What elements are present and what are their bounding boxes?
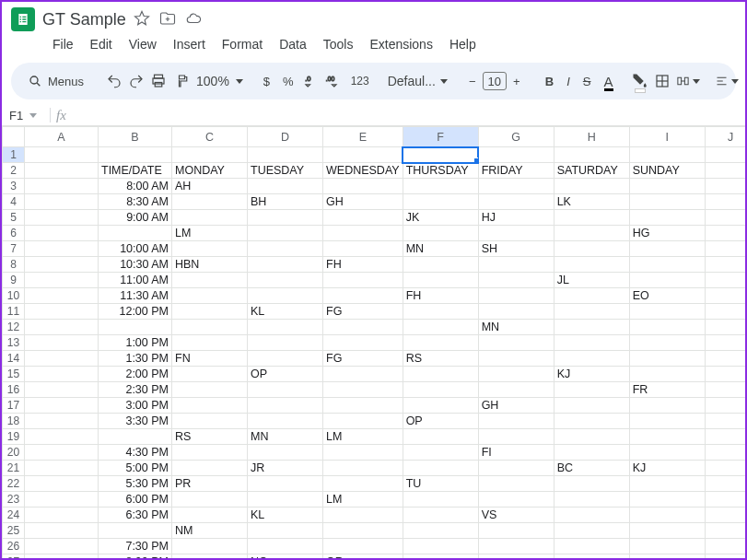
cell-E4[interactable]: GH — [323, 194, 403, 210]
cell-G1[interactable] — [478, 147, 554, 163]
cell-H10[interactable] — [554, 288, 629, 304]
cell-D27[interactable]: NO — [248, 554, 323, 561]
cell-D25[interactable] — [248, 523, 323, 539]
cell-F1[interactable] — [403, 147, 478, 163]
cell-C8[interactable]: HBN — [172, 257, 248, 273]
cell-E18[interactable] — [323, 414, 403, 429]
cell-B21[interactable]: 5:00 PM — [99, 461, 172, 476]
cell-I10[interactable]: EO — [629, 288, 705, 304]
cell-E25[interactable] — [323, 523, 403, 539]
cell-G17[interactable]: GH — [478, 398, 554, 414]
row-header-15[interactable]: 15 — [3, 367, 25, 382]
cell-D4[interactable]: BH — [248, 194, 323, 210]
cell-E1[interactable] — [323, 147, 403, 163]
cell-F7[interactable]: MN — [403, 241, 478, 257]
cell-I22[interactable] — [629, 476, 705, 492]
menu-edit[interactable]: Edit — [84, 33, 119, 55]
cell-B20[interactable]: 4:30 PM — [99, 445, 172, 461]
cell-H13[interactable] — [554, 335, 629, 351]
row-header-3[interactable]: 3 — [3, 179, 25, 194]
cell-B23[interactable]: 6:00 PM — [99, 492, 172, 508]
cell-H9[interactable]: JL — [554, 273, 629, 288]
cell-J18[interactable] — [705, 414, 745, 429]
row-header-22[interactable]: 22 — [3, 476, 25, 492]
cell-H7[interactable] — [554, 241, 629, 257]
cell-G7[interactable]: SH — [478, 241, 554, 257]
menu-data[interactable]: Data — [273, 33, 313, 55]
cloud-icon[interactable] — [185, 10, 202, 29]
cell-H21[interactable]: BC — [554, 461, 629, 476]
row-header-2[interactable]: 2 — [3, 163, 25, 179]
cell-C4[interactable] — [172, 194, 248, 210]
cell-A15[interactable] — [25, 367, 99, 382]
cell-A1[interactable] — [25, 147, 99, 163]
cell-J24[interactable] — [705, 508, 745, 523]
cell-D17[interactable] — [248, 398, 323, 414]
cell-G19[interactable] — [478, 429, 554, 445]
cell-G16[interactable] — [478, 382, 554, 398]
cell-J21[interactable] — [705, 461, 745, 476]
col-header-J[interactable]: J — [705, 127, 745, 147]
cell-I9[interactable] — [629, 273, 705, 288]
cell-B11[interactable]: 12:00 PM — [99, 304, 172, 320]
cell-B15[interactable]: 2:00 PM — [99, 367, 172, 382]
cell-J15[interactable] — [705, 367, 745, 382]
cell-B7[interactable]: 10:00 AM — [99, 241, 172, 257]
cell-A11[interactable] — [25, 304, 99, 320]
cell-J20[interactable] — [705, 445, 745, 461]
cell-D15[interactable]: OP — [248, 367, 323, 382]
cell-C24[interactable] — [172, 508, 248, 523]
cell-J6[interactable] — [705, 226, 745, 241]
cell-G2[interactable]: FRIDAY — [478, 163, 554, 179]
cell-D14[interactable] — [248, 351, 323, 367]
cell-H12[interactable] — [554, 320, 629, 335]
cell-E23[interactable]: LM — [323, 492, 403, 508]
cell-J4[interactable] — [705, 194, 745, 210]
cell-D22[interactable] — [248, 476, 323, 492]
cell-B18[interactable]: 3:30 PM — [99, 414, 172, 429]
row-header-17[interactable]: 17 — [3, 398, 25, 414]
menu-format[interactable]: Format — [216, 33, 269, 55]
cell-G9[interactable] — [478, 273, 554, 288]
cell-A5[interactable] — [25, 210, 99, 226]
row-header-5[interactable]: 5 — [3, 210, 25, 226]
row-header-4[interactable]: 4 — [3, 194, 25, 210]
cell-E26[interactable] — [323, 539, 403, 554]
cell-I8[interactable] — [629, 257, 705, 273]
cell-F8[interactable] — [403, 257, 478, 273]
cell-A7[interactable] — [25, 241, 99, 257]
col-header-E[interactable]: E — [323, 127, 403, 147]
cell-G5[interactable]: HJ — [478, 210, 554, 226]
cell-B10[interactable]: 11:30 AM — [99, 288, 172, 304]
col-header-D[interactable]: D — [248, 127, 323, 147]
cell-E15[interactable] — [323, 367, 403, 382]
cell-H24[interactable] — [554, 508, 629, 523]
cell-H18[interactable] — [554, 414, 629, 429]
cell-D5[interactable] — [248, 210, 323, 226]
cell-C1[interactable] — [172, 147, 248, 163]
cell-E6[interactable] — [323, 226, 403, 241]
cell-H14[interactable] — [554, 351, 629, 367]
cell-G3[interactable] — [478, 179, 554, 194]
cell-E3[interactable] — [323, 179, 403, 194]
cell-A18[interactable] — [25, 414, 99, 429]
row-header-7[interactable]: 7 — [3, 241, 25, 257]
cell-G6[interactable] — [478, 226, 554, 241]
cell-H27[interactable] — [554, 554, 629, 561]
cell-F26[interactable] — [403, 539, 478, 554]
cell-C15[interactable] — [172, 367, 248, 382]
search-menus[interactable]: Menus — [20, 70, 91, 92]
cell-A17[interactable] — [25, 398, 99, 414]
cell-D18[interactable] — [248, 414, 323, 429]
cell-J9[interactable] — [705, 273, 745, 288]
cell-G14[interactable] — [478, 351, 554, 367]
cell-B4[interactable]: 8:30 AM — [99, 194, 172, 210]
cell-J5[interactable] — [705, 210, 745, 226]
cell-D20[interactable] — [248, 445, 323, 461]
cell-E17[interactable] — [323, 398, 403, 414]
cell-B25[interactable] — [99, 523, 172, 539]
italic-button[interactable]: I — [563, 69, 574, 93]
cell-E9[interactable] — [323, 273, 403, 288]
cell-J14[interactable] — [705, 351, 745, 367]
cell-H2[interactable]: SATURDAY — [554, 163, 629, 179]
